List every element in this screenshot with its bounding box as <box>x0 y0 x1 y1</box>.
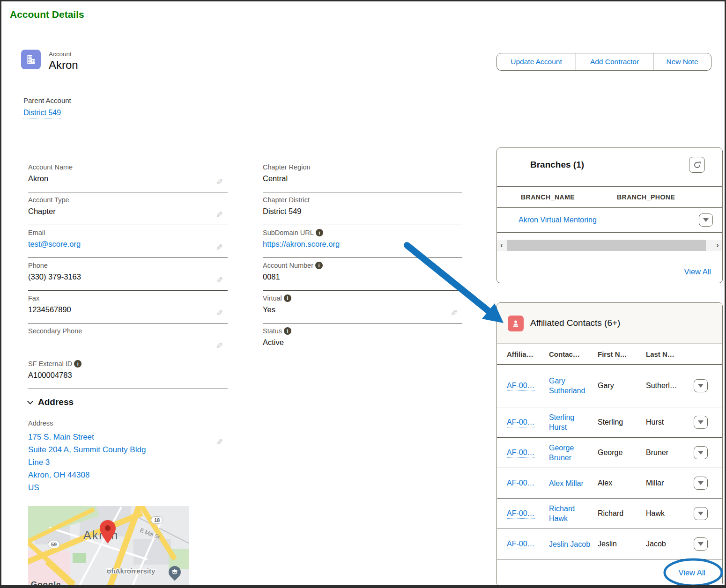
contact-person-icon <box>508 316 524 331</box>
contact-name-link[interactable]: Alex Millar <box>549 478 584 488</box>
field-value: Akron <box>28 174 228 184</box>
field-value: (330) 379-3163 <box>28 272 228 283</box>
chevron-down-icon <box>698 481 704 485</box>
first-name-cell: Richard <box>598 509 646 518</box>
address-line-link[interactable]: 175 S. Main Street <box>28 431 228 443</box>
edit-pencil-icon[interactable] <box>216 275 223 286</box>
field-account-type: Account Type Chapter <box>28 192 228 225</box>
field-value <box>28 338 228 348</box>
affiliation-id-link[interactable]: AF-00… <box>507 479 535 488</box>
row-actions-dropdown-button[interactable] <box>694 537 708 551</box>
route-shield-18: 18 <box>151 516 163 524</box>
subdomain-url-link[interactable]: https://akron.score.org <box>263 240 462 250</box>
contacts-column-headers: Affilia… Contac… First N… Last N… <box>497 344 722 365</box>
contact-name-link[interactable]: George Bruner <box>549 443 591 463</box>
branch-row: Akron Virtual Mentoring <box>497 208 722 233</box>
route-shield-59: 59 <box>48 541 60 548</box>
scroll-right-arrow[interactable] <box>713 240 722 251</box>
info-icon[interactable] <box>74 360 81 368</box>
contact-row: AF-00… Sterling Hurst Sterling Hurst <box>497 407 722 438</box>
field-fax: Fax 1234567890 <box>28 291 228 323</box>
chevron-down-icon[interactable] <box>27 398 33 404</box>
contact-name-link[interactable]: Jeslin Jacob <box>549 539 590 549</box>
last-name-cell: Millar <box>646 479 687 487</box>
affiliation-id-link[interactable]: AF-00… <box>507 382 535 391</box>
scroll-left-arrow[interactable] <box>497 240 506 251</box>
chevron-down-icon <box>698 451 704 455</box>
new-note-button[interactable]: New Note <box>653 53 711 71</box>
field-value: Chapter <box>28 207 228 217</box>
affiliated-contacts-card: Affiliated Contacts (6+) Affilia… Contac… <box>496 302 723 587</box>
edit-pencil-icon[interactable] <box>216 210 223 220</box>
field-label: Fax <box>28 294 228 302</box>
field-label-text: SF External ID <box>28 360 72 368</box>
contact-name-link[interactable]: Gary Sutherland <box>549 376 591 396</box>
map-attribution: Google <box>31 580 61 587</box>
branches-view-all-link[interactable]: View All <box>684 267 711 276</box>
address-line-link[interactable]: Suite 204 A, Summit County Bldg <box>28 443 228 456</box>
entity-name: Akron <box>49 59 78 72</box>
address-line-link[interactable]: Akron, OH 44308 <box>28 469 228 481</box>
entity-type-label: Account <box>49 50 78 58</box>
field-label-text: Virtual <box>263 294 282 302</box>
last-name-cell: Sutherl… <box>646 382 687 390</box>
branches-card-title: Branches (1) <box>530 160 584 170</box>
update-account-button[interactable]: Update Account <box>496 53 576 71</box>
address-line-link[interactable]: Line 3 <box>28 456 228 469</box>
edit-pencil-icon[interactable] <box>216 308 223 318</box>
info-icon[interactable] <box>284 327 291 335</box>
affiliation-id-link[interactable]: AF-00… <box>507 540 535 549</box>
action-button-group: Update Account Add Contractor New Note <box>496 53 711 71</box>
email-link[interactable]: test@score.org <box>28 240 228 250</box>
info-icon[interactable] <box>284 294 291 302</box>
scrollbar-thumb[interactable] <box>507 240 706 251</box>
row-actions-dropdown-button[interactable] <box>694 507 708 520</box>
field-virtual: Virtual Yes <box>263 291 462 323</box>
contact-row: AF-00… Gary Sutherland Gary Sutherl… <box>497 365 722 407</box>
field-label: Account Type <box>28 196 228 204</box>
contacts-view-all-link[interactable]: View All <box>679 568 705 577</box>
parent-account: Parent Account District 549 <box>23 96 71 118</box>
field-label: Virtual <box>263 294 462 302</box>
field-label: Email <box>28 229 228 236</box>
edit-pencil-icon[interactable] <box>216 437 223 448</box>
field-label-text: SubDomain URL <box>263 229 314 236</box>
field-account-name: Account Name Akron <box>28 160 228 192</box>
affiliation-id-link[interactable]: AF-00… <box>507 448 535 458</box>
contact-name-link[interactable]: Richard Hawk <box>549 504 591 523</box>
row-actions-dropdown-button[interactable] <box>694 477 708 490</box>
page-title: Account Details <box>10 9 84 20</box>
info-icon[interactable] <box>315 262 323 269</box>
row-actions-dropdown-button[interactable] <box>694 379 708 392</box>
field-value: 0081 <box>263 272 462 283</box>
affiliation-id-link[interactable]: AF-00… <box>507 418 535 427</box>
field-account-number: Account Number 0081 <box>263 258 462 291</box>
address-section-header[interactable]: Address <box>28 397 74 407</box>
row-actions-dropdown-button[interactable] <box>694 416 708 429</box>
contact-name-link[interactable]: Sterling Hurst <box>549 412 591 432</box>
refresh-button[interactable] <box>689 157 705 173</box>
edit-pencil-icon[interactable] <box>451 308 458 318</box>
add-contractor-button[interactable]: Add Contractor <box>576 53 653 71</box>
field-column-left: Account Name Akron Account Type Chapter … <box>28 160 228 389</box>
field-sf-external-id: SF External ID A100004783 <box>28 356 228 389</box>
address-line-link[interactable]: US <box>28 481 228 494</box>
column-affiliation: Affilia… <box>507 350 549 358</box>
first-name-cell: George <box>598 448 646 457</box>
field-value: Yes <box>263 305 462 316</box>
branch-name-link[interactable]: Akron Virtual Mentoring <box>519 216 597 224</box>
map-image[interactable]: 59 18 Akron E Mill St The University of … <box>28 506 189 587</box>
first-name-cell: Sterling <box>598 418 646 426</box>
row-actions-dropdown-button[interactable] <box>699 213 713 227</box>
column-first-name: First N… <box>598 350 646 358</box>
info-icon[interactable] <box>316 229 323 236</box>
edit-pencil-icon[interactable] <box>216 177 223 187</box>
edit-pencil-icon[interactable] <box>216 243 223 253</box>
edit-pencil-icon[interactable] <box>216 341 223 351</box>
row-actions-dropdown-button[interactable] <box>694 446 708 459</box>
chevron-down-icon <box>703 218 709 222</box>
parent-account-link[interactable]: District 549 <box>23 109 61 118</box>
horizontal-scrollbar[interactable] <box>497 240 722 251</box>
affiliation-id-link[interactable]: AF-00… <box>507 509 535 519</box>
field-value: Central <box>263 174 462 184</box>
